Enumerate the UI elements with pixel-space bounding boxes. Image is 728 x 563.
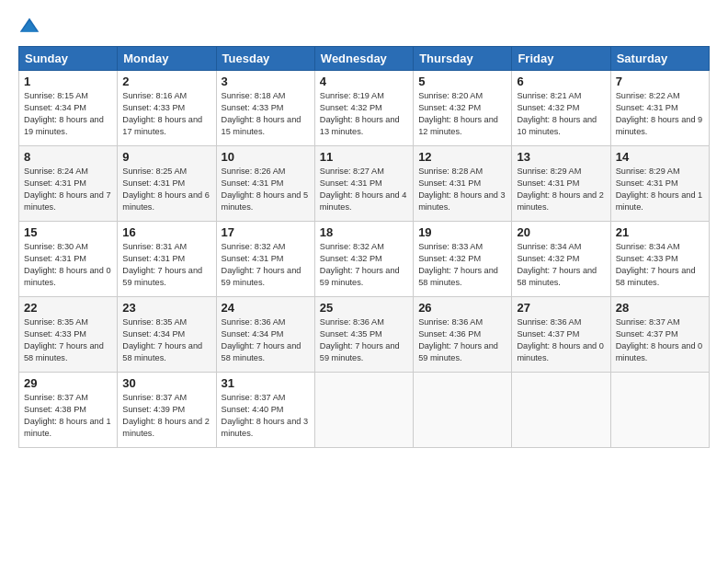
day-number: 28 <box>616 301 704 315</box>
day-info: Sunrise: 8:35 AMSunset: 4:34 PMDaylight:… <box>122 316 210 364</box>
calendar-header-friday: Friday <box>512 47 610 71</box>
calendar-cell: 12 Sunrise: 8:28 AMSunset: 4:31 PMDaylig… <box>414 146 512 222</box>
calendar-cell: 31 Sunrise: 8:37 AMSunset: 4:40 PMDaylig… <box>216 373 314 448</box>
calendar-cell: 17 Sunrise: 8:32 AMSunset: 4:31 PMDaylig… <box>216 222 314 297</box>
day-number: 10 <box>222 150 310 164</box>
day-number: 22 <box>24 301 112 315</box>
day-info: Sunrise: 8:18 AMSunset: 4:33 PMDaylight:… <box>222 90 310 138</box>
day-info: Sunrise: 8:27 AMSunset: 4:31 PMDaylight:… <box>320 166 408 213</box>
day-info: Sunrise: 8:24 AMSunset: 4:31 PMDaylight:… <box>24 166 112 213</box>
day-number: 11 <box>320 150 408 164</box>
day-number: 7 <box>616 75 704 88</box>
day-info: Sunrise: 8:37 AMSunset: 4:40 PMDaylight:… <box>222 392 310 440</box>
calendar-cell: 16 Sunrise: 8:31 AMSunset: 4:31 PMDaylig… <box>118 222 216 297</box>
header <box>18 15 710 37</box>
calendar-cell <box>414 373 512 448</box>
calendar-header-saturday: Saturday <box>610 47 709 71</box>
calendar-cell <box>610 373 709 448</box>
calendar-cell: 5 Sunrise: 8:20 AMSunset: 4:32 PMDayligh… <box>414 71 512 146</box>
day-info: Sunrise: 8:37 AMSunset: 4:39 PMDaylight:… <box>122 392 210 440</box>
logo <box>18 15 44 37</box>
day-info: Sunrise: 8:36 AMSunset: 4:34 PMDaylight:… <box>222 316 310 364</box>
day-info: Sunrise: 8:29 AMSunset: 4:31 PMDaylight:… <box>616 166 704 213</box>
day-number: 5 <box>418 75 506 88</box>
calendar-cell: 24 Sunrise: 8:36 AMSunset: 4:34 PMDaylig… <box>216 297 314 373</box>
calendar-cell: 25 Sunrise: 8:36 AMSunset: 4:35 PMDaylig… <box>314 297 413 373</box>
day-info: Sunrise: 8:32 AMSunset: 4:31 PMDaylight:… <box>222 241 310 289</box>
day-info: Sunrise: 8:19 AMSunset: 4:32 PMDaylight:… <box>320 90 408 138</box>
calendar-cell: 28 Sunrise: 8:37 AMSunset: 4:37 PMDaylig… <box>610 297 709 373</box>
day-number: 27 <box>517 301 605 315</box>
calendar-cell: 9 Sunrise: 8:25 AMSunset: 4:31 PMDayligh… <box>118 146 216 222</box>
calendar-week-5: 29 Sunrise: 8:37 AMSunset: 4:38 PMDaylig… <box>19 373 710 448</box>
day-number: 31 <box>222 376 310 390</box>
day-number: 6 <box>517 75 605 88</box>
calendar-cell: 14 Sunrise: 8:29 AMSunset: 4:31 PMDaylig… <box>610 146 709 222</box>
calendar-cell: 15 Sunrise: 8:30 AMSunset: 4:31 PMDaylig… <box>19 222 118 297</box>
calendar-header-monday: Monday <box>118 47 216 71</box>
day-number: 16 <box>122 225 210 239</box>
day-number: 9 <box>122 150 210 164</box>
day-number: 1 <box>24 75 112 88</box>
calendar-week-3: 15 Sunrise: 8:30 AMSunset: 4:31 PMDaylig… <box>19 222 710 297</box>
calendar-cell: 30 Sunrise: 8:37 AMSunset: 4:39 PMDaylig… <box>118 373 216 448</box>
day-info: Sunrise: 8:30 AMSunset: 4:31 PMDaylight:… <box>24 241 112 289</box>
day-info: Sunrise: 8:36 AMSunset: 4:36 PMDaylight:… <box>418 316 506 364</box>
day-number: 26 <box>418 301 506 315</box>
calendar-cell: 21 Sunrise: 8:34 AMSunset: 4:33 PMDaylig… <box>610 222 709 297</box>
day-number: 20 <box>517 225 605 239</box>
day-number: 21 <box>616 225 704 239</box>
calendar-header-thursday: Thursday <box>414 47 512 71</box>
calendar-cell: 4 Sunrise: 8:19 AMSunset: 4:32 PMDayligh… <box>314 71 413 146</box>
day-info: Sunrise: 8:32 AMSunset: 4:32 PMDaylight:… <box>320 241 408 289</box>
calendar-cell: 26 Sunrise: 8:36 AMSunset: 4:36 PMDaylig… <box>414 297 512 373</box>
day-number: 2 <box>122 75 210 88</box>
day-info: Sunrise: 8:25 AMSunset: 4:31 PMDaylight:… <box>122 166 210 213</box>
day-number: 23 <box>122 301 210 315</box>
calendar-cell <box>314 373 413 448</box>
day-number: 25 <box>320 301 408 315</box>
calendar-cell: 22 Sunrise: 8:35 AMSunset: 4:33 PMDaylig… <box>19 297 118 373</box>
day-info: Sunrise: 8:31 AMSunset: 4:31 PMDaylight:… <box>122 241 210 289</box>
calendar-cell: 13 Sunrise: 8:29 AMSunset: 4:31 PMDaylig… <box>512 146 610 222</box>
calendar-cell: 11 Sunrise: 8:27 AMSunset: 4:31 PMDaylig… <box>314 146 413 222</box>
day-info: Sunrise: 8:29 AMSunset: 4:31 PMDaylight:… <box>517 166 605 213</box>
day-number: 14 <box>616 150 704 164</box>
day-info: Sunrise: 8:26 AMSunset: 4:31 PMDaylight:… <box>222 166 310 213</box>
day-number: 13 <box>517 150 605 164</box>
day-number: 3 <box>222 75 310 88</box>
calendar-cell: 10 Sunrise: 8:26 AMSunset: 4:31 PMDaylig… <box>216 146 314 222</box>
day-info: Sunrise: 8:37 AMSunset: 4:37 PMDaylight:… <box>616 316 704 364</box>
day-info: Sunrise: 8:36 AMSunset: 4:35 PMDaylight:… <box>320 316 408 364</box>
day-info: Sunrise: 8:20 AMSunset: 4:32 PMDaylight:… <box>418 90 506 138</box>
day-info: Sunrise: 8:28 AMSunset: 4:31 PMDaylight:… <box>418 166 506 213</box>
day-number: 30 <box>122 376 210 390</box>
day-info: Sunrise: 8:21 AMSunset: 4:32 PMDaylight:… <box>517 90 605 138</box>
day-info: Sunrise: 8:36 AMSunset: 4:37 PMDaylight:… <box>517 316 605 364</box>
day-info: Sunrise: 8:35 AMSunset: 4:33 PMDaylight:… <box>24 316 112 364</box>
day-info: Sunrise: 8:37 AMSunset: 4:38 PMDaylight:… <box>24 392 112 440</box>
day-info: Sunrise: 8:16 AMSunset: 4:33 PMDaylight:… <box>122 90 210 138</box>
calendar-header-sunday: Sunday <box>19 47 118 71</box>
calendar-week-1: 1 Sunrise: 8:15 AMSunset: 4:34 PMDayligh… <box>19 71 710 146</box>
calendar-cell: 1 Sunrise: 8:15 AMSunset: 4:34 PMDayligh… <box>19 71 118 146</box>
day-number: 4 <box>320 75 408 88</box>
day-number: 8 <box>24 150 112 164</box>
calendar-cell: 18 Sunrise: 8:32 AMSunset: 4:32 PMDaylig… <box>314 222 413 297</box>
calendar-cell: 23 Sunrise: 8:35 AMSunset: 4:34 PMDaylig… <box>118 297 216 373</box>
calendar-header-wednesday: Wednesday <box>314 47 413 71</box>
calendar-cell: 20 Sunrise: 8:34 AMSunset: 4:32 PMDaylig… <box>512 222 610 297</box>
calendar-week-4: 22 Sunrise: 8:35 AMSunset: 4:33 PMDaylig… <box>19 297 710 373</box>
calendar-cell <box>512 373 610 448</box>
day-number: 24 <box>222 301 310 315</box>
day-info: Sunrise: 8:22 AMSunset: 4:31 PMDaylight:… <box>616 90 704 138</box>
calendar-cell: 19 Sunrise: 8:33 AMSunset: 4:32 PMDaylig… <box>414 222 512 297</box>
day-info: Sunrise: 8:34 AMSunset: 4:32 PMDaylight:… <box>517 241 605 289</box>
day-number: 18 <box>320 225 408 239</box>
day-info: Sunrise: 8:34 AMSunset: 4:33 PMDaylight:… <box>616 241 704 289</box>
day-info: Sunrise: 8:33 AMSunset: 4:32 PMDaylight:… <box>418 241 506 289</box>
calendar-cell: 2 Sunrise: 8:16 AMSunset: 4:33 PMDayligh… <box>118 71 216 146</box>
day-number: 15 <box>24 225 112 239</box>
calendar-cell: 27 Sunrise: 8:36 AMSunset: 4:37 PMDaylig… <box>512 297 610 373</box>
page: SundayMondayTuesdayWednesdayThursdayFrid… <box>0 0 728 563</box>
